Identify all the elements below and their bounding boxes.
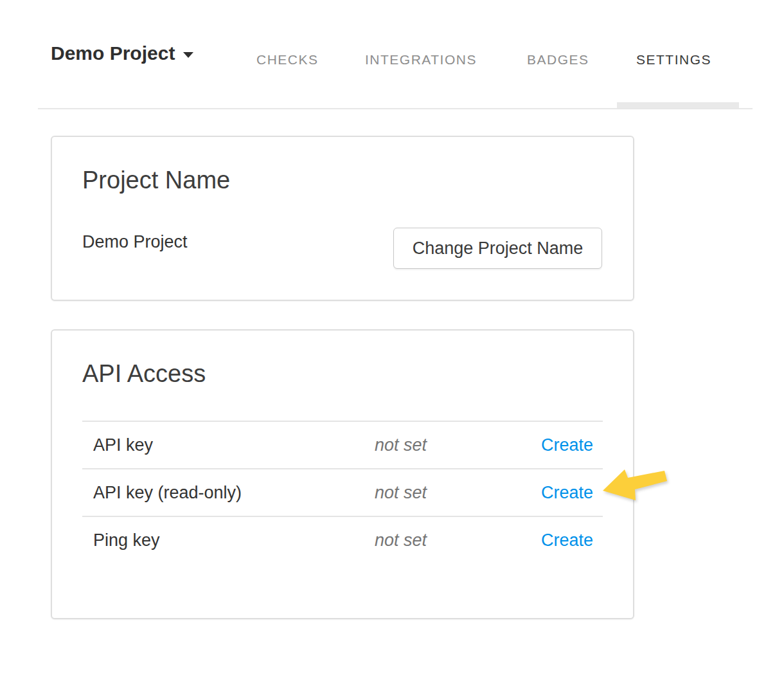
project-switcher[interactable]: Demo Project — [51, 44, 193, 63]
api-key-row: API key not set Create — [82, 421, 603, 468]
change-project-name-button[interactable]: Change Project Name — [393, 228, 602, 269]
api-key-value: not set — [375, 435, 539, 455]
api-key-label: API key — [82, 435, 375, 455]
ping-key-value: not set — [375, 531, 539, 550]
project-title: Demo Project — [51, 44, 175, 63]
create-api-key-read-only-link[interactable]: Create — [541, 483, 603, 503]
tab-badges[interactable]: BADGES — [527, 53, 589, 66]
ping-key-row: Ping key not set Create — [82, 516, 603, 563]
project-settings-page: Demo Project CHECKS INTEGRATIONS BADGES … — [0, 0, 784, 681]
ping-key-label: Ping key — [82, 531, 375, 550]
api-access-card-title: API Access — [82, 359, 206, 388]
create-ping-key-link[interactable]: Create — [541, 531, 603, 550]
chevron-down-icon — [183, 52, 193, 58]
api-key-read-only-label: API key (read-only) — [82, 483, 375, 503]
api-key-read-only-value: not set — [375, 483, 539, 503]
api-access-card: API Access API key not set Create API ke… — [51, 329, 634, 619]
tab-settings[interactable]: SETTINGS — [636, 53, 711, 66]
header-divider — [38, 108, 753, 109]
project-name-card: Project Name Demo Project Change Project… — [51, 136, 634, 301]
create-api-key-link[interactable]: Create — [541, 435, 603, 455]
api-keys-table: API key not set Create API key (read-onl… — [82, 421, 603, 563]
project-name-card-title: Project Name — [82, 166, 230, 194]
api-key-read-only-row: API key (read-only) not set Create — [82, 468, 603, 516]
current-project-name: Demo Project — [82, 232, 188, 252]
tab-checks[interactable]: CHECKS — [256, 53, 319, 66]
tab-integrations[interactable]: INTEGRATIONS — [365, 53, 477, 66]
